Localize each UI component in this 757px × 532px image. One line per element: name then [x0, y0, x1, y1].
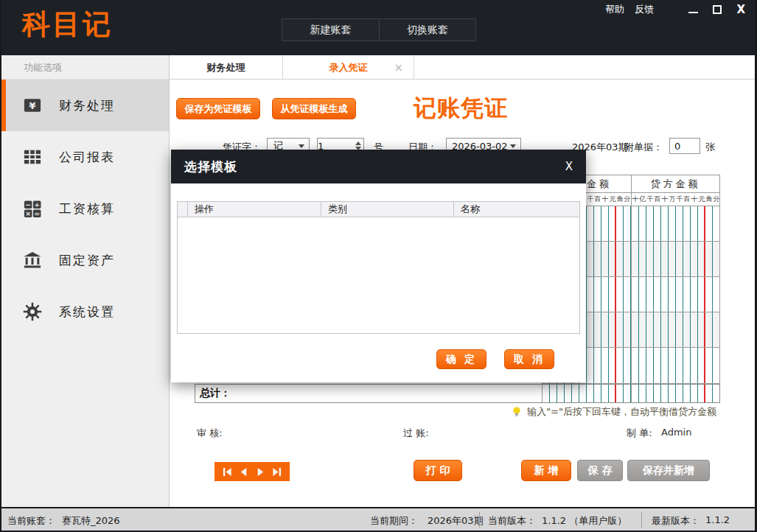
svg-text:¥: ¥ — [29, 100, 36, 111]
total-credit-cell — [631, 385, 719, 402]
bank-icon — [22, 250, 43, 270]
attachment-count-input[interactable]: 0 — [669, 138, 700, 154]
minimize-icon[interactable] — [688, 12, 698, 13]
record-navigator — [214, 462, 290, 481]
dialog-close-icon[interactable]: X — [565, 160, 573, 173]
ok-button[interactable]: 确 定 — [436, 349, 486, 369]
dialog-title-bar: 选择模板 X — [171, 150, 586, 183]
tab-voucher-entry[interactable]: 录入凭证 × — [283, 55, 414, 80]
statusbar-divider — [641, 512, 642, 528]
sidebar-item-label: 公司报表 — [59, 149, 115, 166]
cashbox-icon: ¥ — [22, 95, 43, 116]
gear-icon — [22, 301, 43, 322]
dialog-title: 选择模板 — [184, 158, 237, 175]
chevron-down-icon — [510, 144, 516, 148]
balance-tip-text: 输入"="后按下回车键，自动平衡借贷方金额 — [527, 405, 716, 419]
switch-account-button[interactable]: 切换账套 — [379, 19, 475, 41]
current-period-label: 当前期间： — [370, 514, 418, 528]
credit-amount-cell[interactable] — [631, 206, 719, 241]
tab-label: 录入凭证 — [329, 61, 368, 74]
app-logo: 科目记 — [22, 6, 113, 43]
sidebar-item-label: 固定资产 — [59, 252, 115, 269]
column-header-name: 名称 — [454, 202, 579, 217]
sidebar-item-finance[interactable]: ¥ 财务处理 — [1, 80, 169, 131]
tab-bar: 财务处理 录入凭证 × — [170, 55, 756, 80]
maximize-icon[interactable] — [713, 5, 722, 14]
help-link[interactable]: 帮助 — [605, 3, 624, 16]
template-table: 操作 类别 名称 — [177, 201, 580, 334]
sidebar-item-payroll[interactable]: − + × = 工资核算 — [1, 183, 169, 234]
feedback-link[interactable]: 反馈 — [635, 3, 654, 16]
total-label: 总计： — [200, 387, 231, 400]
total-amount-cells — [542, 385, 719, 402]
svg-text:×: × — [25, 209, 31, 217]
dialog-actions: 确 定 取 消 — [436, 349, 554, 369]
new-account-button[interactable]: 新建账套 — [282, 19, 379, 41]
review-label: 审 核: — [197, 427, 223, 440]
attachment-label: 附单据： — [624, 141, 663, 154]
sidebar-item-fixed-assets[interactable]: 固定资产 — [1, 234, 169, 286]
topbar: 科目记 新建账套 切换账套 帮助 反馈 X — [0, 0, 757, 55]
current-period-value: 2026年03期 — [428, 514, 484, 528]
last-record-icon[interactable] — [271, 466, 282, 477]
maker-value: Admin — [661, 427, 691, 438]
current-account-label: 当前账套： — [7, 514, 55, 528]
sidebar-header: 功能选项 — [1, 55, 169, 80]
close-icon[interactable]: X — [736, 4, 745, 15]
column-header-action: 操作 — [188, 202, 321, 217]
current-account-value: 赛瓦特_2026 — [62, 514, 120, 528]
template-table-header: 操作 类别 名称 — [177, 201, 580, 217]
balance-tip: 输入"="后按下回车键，自动平衡借贷方金额 — [444, 405, 716, 419]
sidebar-item-settings[interactable]: 系统设置 — [1, 286, 169, 337]
attachment-unit-label: 张 — [705, 141, 715, 154]
credit-digit-scale: 十亿千百十万千百十元角分 — [631, 193, 719, 206]
tab-finance[interactable]: 财务处理 — [170, 55, 283, 80]
calculator-icon: − + × = — [22, 198, 43, 219]
first-record-icon[interactable] — [222, 466, 233, 477]
statusbar-divider — [479, 512, 480, 528]
total-row: 总计： — [195, 384, 720, 403]
save-as-template-button[interactable]: 保存为凭证模板 — [176, 98, 260, 119]
column-header-category: 类别 — [321, 202, 454, 217]
sidebar-item-label: 工资核算 — [59, 200, 115, 217]
sidebar-item-reports[interactable]: 公司报表 — [1, 131, 169, 183]
maker-label: 制 单: — [627, 427, 652, 440]
report-table-icon — [22, 147, 43, 167]
save-and-new-button[interactable]: 保存并新增 — [627, 460, 710, 481]
sidebar-item-label: 财务处理 — [59, 97, 115, 114]
credit-header: 贷方金额 — [631, 175, 719, 192]
template-table-body[interactable] — [177, 217, 580, 334]
help-links: 帮助 反馈 — [605, 3, 654, 16]
credit-amount-cell[interactable] — [631, 348, 719, 383]
latest-version-label: 最新版本： — [652, 514, 700, 528]
svg-text:+: + — [34, 200, 40, 209]
cancel-button[interactable]: 取 消 — [504, 349, 554, 369]
tab-close-icon[interactable]: × — [394, 61, 403, 74]
chevron-down-icon — [299, 144, 304, 148]
svg-text:=: = — [34, 209, 40, 217]
latest-version-value: 1.1.2 — [705, 514, 730, 525]
sidebar: 功能选项 ¥ 财务处理 公司报表 − + × = — [1, 55, 170, 508]
sidebar-item-label: 系统设置 — [59, 304, 115, 321]
credit-amount-cell[interactable] — [631, 277, 719, 312]
previous-record-icon[interactable] — [238, 466, 249, 477]
new-button[interactable]: 新 增 — [521, 460, 571, 481]
print-button[interactable]: 打 印 — [414, 460, 462, 481]
attachment-count-value: 0 — [674, 141, 680, 152]
current-version-label: 当前版本： — [488, 514, 536, 528]
credit-amount-cell[interactable] — [631, 312, 719, 347]
credit-amount-cell[interactable] — [631, 242, 719, 276]
status-bar: 当前账套： 赛瓦特_2026 当前期间： 2026年03期 当前版本： 1.1.… — [1, 507, 756, 531]
save-button[interactable]: 保 存 — [577, 460, 623, 481]
generate-from-template-button[interactable]: 从凭证模板生成 — [272, 98, 356, 119]
selector-column-header — [178, 202, 188, 217]
window-controls: X — [688, 1, 745, 18]
post-label: 过 账: — [403, 427, 429, 440]
app-window: 科目记 新建账套 切换账套 帮助 反馈 X 功能选项 ¥ 财务处理 公司报表 — [0, 0, 757, 532]
next-record-icon[interactable] — [255, 466, 266, 477]
current-version-value: 1.1.2 （单用户版） — [542, 514, 627, 528]
bulb-icon — [511, 406, 523, 418]
account-buttons: 新建账套 切换账套 — [282, 18, 476, 41]
total-debit-cell — [543, 385, 631, 402]
voucher-title: 记账凭证 — [387, 93, 534, 124]
